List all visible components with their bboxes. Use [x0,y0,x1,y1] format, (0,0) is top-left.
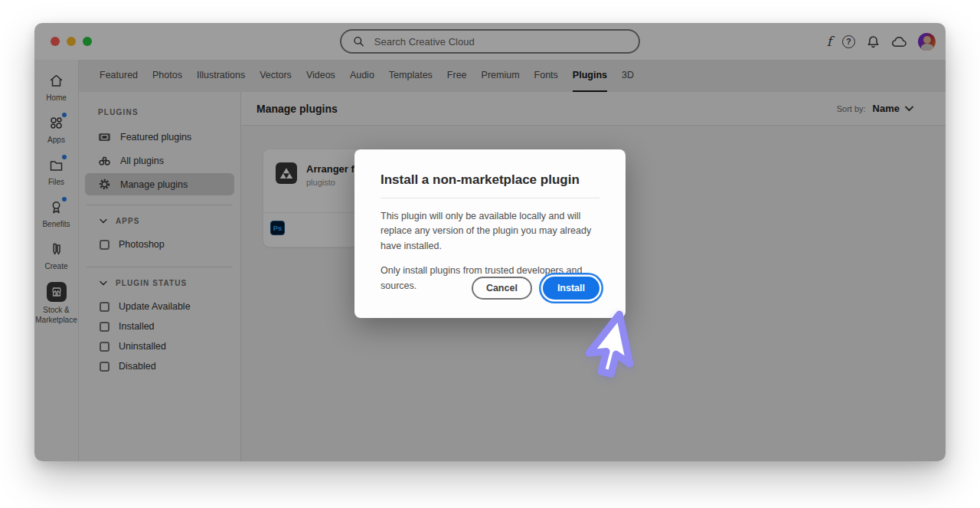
cursor-pointer-icon [569,303,659,397]
install-button[interactable]: Install [543,277,599,300]
divider [381,198,599,198]
cancel-button[interactable]: Cancel [472,277,532,300]
creative-cloud-window: f ? Featured Photos Illustrations Vector… [34,23,946,461]
dialog-actions: Cancel Install [472,277,599,300]
install-plugin-dialog: Install a non-marketplace plugin This pl… [354,149,626,318]
dialog-body-text: This plugin will only be available local… [381,209,599,254]
dialog-title: Install a non-marketplace plugin [381,172,599,188]
